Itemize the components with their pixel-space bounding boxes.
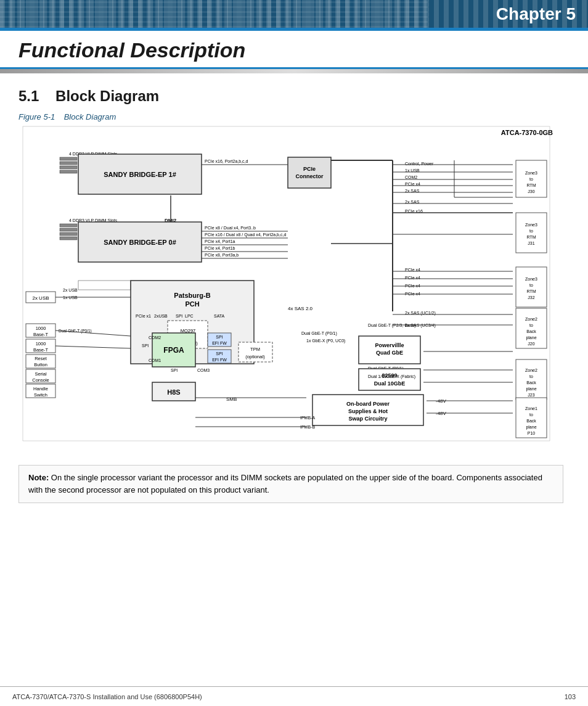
zone3-j30-label-4: J30 — [528, 189, 534, 194]
zone2-j23-2: to — [529, 374, 533, 379]
com2-fpga: COM2 — [149, 335, 161, 340]
section-number: 5.1 — [18, 88, 55, 104]
pch-label-2: PCH — [185, 300, 199, 308]
zone2-j23-3: Back — [526, 380, 536, 385]
zone2-j23-4: plane — [526, 387, 536, 392]
zone3-j31-label-2: to — [529, 229, 533, 233]
zone3-j31-label-3: RTM — [526, 235, 536, 239]
pcie-x4-z2: PCIe x4 — [405, 276, 420, 280]
pch-label-1: Patsburg-B — [174, 292, 210, 299]
bus-block — [78, 281, 131, 290]
gbe2-label-2: Base-T — [33, 347, 49, 353]
zone1-p10-3: Back — [526, 419, 536, 423]
page-header: Chapter 5 — [0, 0, 588, 28]
zone3-j30-label-1: Zone3 — [525, 171, 537, 175]
sandy-bridge-1-label: SANDY BRIDGE-EP 1# — [104, 171, 176, 178]
power-label-2: Supplies & Hot — [348, 408, 388, 414]
pcie-sb0-4: PCIe x4, Port1b — [205, 246, 235, 250]
handle-switch-label-1: Handle — [33, 386, 48, 392]
board-label: ATCA-7370-0GB — [501, 129, 553, 136]
dimm-slot — [60, 162, 77, 165]
usb-2x-label: 2x USB — [32, 295, 49, 301]
zone1-p10-1: Zone1 — [525, 406, 537, 411]
dimm-slot-2d — [60, 237, 77, 240]
four-sas-label: 4x SAS 2.0 — [288, 306, 313, 311]
handle-switch-label-2: Switch — [34, 392, 47, 398]
dual-10gbe-label-2: Dual 10GbE — [374, 380, 406, 387]
note-prefix: Note: — [28, 473, 49, 482]
dimm-slot-2b — [60, 228, 77, 231]
powervillle-label-2: Quad GbE — [376, 350, 403, 356]
sata-label: SATA — [214, 314, 225, 318]
efi-fw-2-spi: SPI — [216, 351, 223, 356]
serial-console-label-1: Serial — [35, 371, 47, 377]
dual-gbe-p23-base: Dual GbE-T (P2/3, Base) — [368, 323, 416, 328]
dimm-slot-2c — [60, 232, 77, 236]
zone3-j31-label-4: J31 — [528, 241, 534, 245]
sas-uc12: 2x SAS (UC1/2) — [405, 311, 436, 316]
gray-stripe — [0, 69, 588, 73]
zone3-j32-label-2: to — [529, 283, 533, 287]
dimm-slot — [60, 166, 77, 169]
com1-fpga: COM1 — [149, 358, 161, 363]
footer-left: ATCA-7370/ATCA-7370-S Installation and U… — [12, 693, 202, 700]
zone2-j23-5: J23 — [528, 393, 534, 397]
efi-fw-1-spi: SPI — [216, 335, 223, 339]
block-diagram: ATCA-7370-0GB 4 DDR3 VLP DIMM Slots SAND… — [23, 126, 559, 456]
reset-btn-label-2: Button — [34, 362, 47, 367]
zone3-j32-label-3: RTM — [526, 289, 536, 293]
pcie-label-1: PCIe x16, Port2a,b,c,d — [205, 159, 248, 163]
tpm-label-2: (optional) — [245, 354, 265, 359]
pcie-connector-label-1: PCIe — [303, 166, 316, 172]
two-usb-left: 2x USB — [63, 288, 78, 292]
h8s-label: H8S — [167, 388, 180, 396]
pcie-sb0-3: PCIe x4, Port1a — [205, 239, 235, 244]
note-box: Note: On the single processor variant th… — [18, 465, 563, 503]
zone3-j31-label-1: Zone3 — [525, 223, 537, 227]
zone2-j23-1: Zone2 — [525, 368, 537, 372]
spi-pch: SPI — [176, 314, 182, 318]
pcie-sb0-1: PCIe x8 / Dual x4, Port3..b — [205, 226, 256, 230]
com3-fpga: COM3 — [197, 368, 210, 372]
control-power-label: Control, Power — [405, 162, 434, 166]
zone3-j30-label-3: RTM — [526, 183, 536, 187]
content-area: 5.1 Block Diagram Figure 5-1 Block Diagr… — [0, 73, 588, 540]
zone2-j20-2: to — [529, 323, 533, 327]
smb-label: SMB — [226, 396, 237, 402]
section-title: Block Diagram — [55, 88, 159, 104]
power-label-1: On-board Power — [346, 401, 390, 407]
diagram-svg: ATCA-7370-0GB 4 DDR3 VLP DIMM Slots SAND… — [23, 126, 559, 453]
spi-fpga-2: SPI — [171, 368, 178, 372]
powervillle-label-1: Powervillle — [375, 342, 404, 348]
fpga-label: FPGA — [163, 346, 184, 355]
efi-fw-2-label: EFI FW — [212, 358, 227, 362]
reset-btn-label-1: Reset — [35, 356, 47, 361]
zone2-j20-5: J20 — [528, 342, 534, 346]
dual-1-10gbe: Dual 1/10GbE-X (Fabric) — [368, 374, 415, 379]
gbe1-pch-line — [55, 330, 131, 336]
dual-gbe-p01-label: Dual GbE-T (P0/1) — [301, 331, 337, 336]
power-label-3: Swap Circuitry — [348, 416, 387, 422]
sandy-bridge-0-label: SANDY BRIDGE-EP 0# — [104, 239, 176, 246]
section-header: 5.1 Block Diagram — [18, 88, 563, 105]
serial-console-label-2: Console — [32, 377, 49, 383]
gbe1-label-1: 1000 — [36, 326, 46, 331]
zone2-j20-3: Back — [526, 329, 536, 334]
note-text: On the single processor variant the proc… — [28, 473, 542, 495]
pcie-connector-box — [288, 157, 331, 188]
efi-fw-1-label: EFI FW — [212, 341, 227, 345]
zone1-p10-5: P10 — [528, 431, 536, 435]
gbe1-label-2: Base-T — [33, 332, 49, 337]
footer-right: 103 — [565, 693, 576, 700]
spi-fpga: SPI — [142, 343, 149, 348]
gbe2-pch-line — [55, 346, 131, 348]
tpm-label-1: TPM — [250, 347, 260, 352]
figure-caption: Figure 5-1 Block Diagram — [18, 112, 563, 121]
page-footer: ATCA-7370/ATCA-7370-S Installation and U… — [0, 686, 588, 706]
zone1-p10-2: to — [529, 413, 533, 417]
page-title-section: Functional Description — [0, 31, 588, 69]
dimm-slot — [60, 157, 77, 160]
zone3-j30-label-2: to — [529, 177, 533, 181]
dimm-slot-2a — [60, 224, 77, 227]
chapter-label: Chapter 5 — [496, 4, 576, 24]
